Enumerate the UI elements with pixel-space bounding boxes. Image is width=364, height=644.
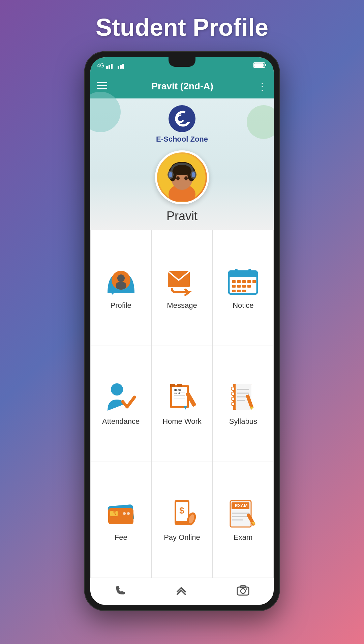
svg-point-12: [170, 107, 194, 130]
fee-icon: ₹: [104, 498, 138, 528]
homework-label: Home Work: [162, 417, 202, 426]
profile-label: Profile: [110, 301, 131, 310]
svg-point-62: [231, 387, 235, 390]
svg-rect-36: [232, 280, 236, 283]
message-icon: [165, 266, 199, 296]
svg-rect-1: [109, 65, 110, 69]
profile-icon: [104, 266, 138, 296]
svg-point-92: [241, 589, 245, 593]
svg-rect-55: [177, 384, 182, 387]
exam-icon: EXAM: [226, 498, 260, 528]
svg-point-26: [169, 172, 172, 177]
svg-text:₹: ₹: [113, 510, 117, 516]
svg-rect-47: [242, 290, 246, 292]
menu-item-attendance[interactable]: Attendance: [90, 346, 151, 462]
homework-icon: Home -work: [165, 382, 199, 412]
svg-rect-7: [265, 64, 266, 66]
svg-rect-43: [242, 285, 246, 288]
svg-rect-11: [97, 88, 107, 89]
menu-item-profile[interactable]: Profile: [90, 230, 151, 346]
blob-right: [247, 105, 274, 139]
svg-text:-work: -work: [174, 392, 181, 395]
svg-rect-4: [120, 65, 122, 69]
svg-rect-10: [97, 85, 107, 86]
svg-rect-41: [232, 285, 236, 288]
battery-icon: [253, 62, 267, 68]
svg-rect-0: [106, 66, 108, 69]
payonline-icon: $: [165, 498, 199, 528]
menu-item-exam[interactable]: EXAM Exam: [213, 462, 274, 578]
brand-logo: [169, 105, 195, 132]
menu-item-fee[interactable]: ₹ Fee: [90, 462, 151, 578]
notch: [169, 57, 195, 67]
menu-item-payonline[interactable]: $ Pay Online: [151, 462, 212, 578]
menu-grid: Profile Message: [90, 230, 274, 578]
more-options-icon[interactable]: ⋮: [257, 81, 267, 92]
menu-item-syllabus[interactable]: Syllabus: [213, 346, 274, 462]
svg-point-27: [192, 172, 195, 177]
svg-rect-5: [122, 64, 124, 69]
header-area: E-School Zone: [90, 98, 274, 230]
svg-rect-42: [237, 285, 241, 288]
logo-container: E-School Zone: [156, 105, 208, 144]
svg-text:EXAM: EXAM: [235, 503, 248, 508]
menu-item-notice[interactable]: Notice: [213, 230, 274, 346]
svg-point-63: [231, 392, 235, 396]
notice-icon: [226, 266, 260, 296]
menu-item-homework[interactable]: Home -work Home Work: [151, 346, 212, 462]
svg-point-65: [231, 402, 235, 406]
navbar-title: Pravit (2nd-A): [151, 81, 213, 92]
bottom-camera-icon[interactable]: [237, 584, 249, 599]
avatar-svg: [158, 154, 206, 201]
svg-point-48: [111, 383, 123, 396]
brand-name: E-School Zone: [156, 135, 208, 144]
phone-screen: 4G: [90, 57, 274, 605]
menu-item-message[interactable]: Message: [151, 230, 212, 346]
svg-text:$: $: [179, 505, 184, 516]
top-navbar: Pravit (2nd-A) ⋮: [90, 74, 274, 98]
svg-point-94: [246, 588, 247, 590]
phone-frame: 4G: [84, 51, 280, 611]
svg-rect-45: [232, 290, 236, 292]
svg-point-29: [117, 274, 125, 282]
svg-rect-44: [247, 285, 251, 288]
logo-svg: [170, 107, 194, 130]
svg-rect-35: [248, 269, 251, 275]
svg-rect-38: [242, 280, 246, 283]
student-name: Pravit: [166, 209, 198, 223]
bottom-up-icon[interactable]: [175, 584, 188, 599]
page-title: Student Profile: [96, 13, 268, 41]
hamburger-menu-icon[interactable]: [97, 81, 107, 92]
attendance-label: Attendance: [102, 417, 140, 426]
svg-rect-3: [118, 66, 119, 69]
svg-point-64: [231, 397, 235, 401]
status-signal: 4G: [97, 63, 127, 69]
notice-label: Notice: [233, 301, 253, 310]
svg-rect-34: [235, 269, 238, 275]
svg-rect-8: [254, 63, 264, 67]
syllabus-label: Syllabus: [229, 417, 257, 426]
svg-rect-40: [252, 280, 256, 283]
bottom-nav: [90, 578, 274, 605]
svg-point-22: [176, 176, 180, 180]
svg-rect-2: [111, 64, 113, 69]
svg-point-76: [123, 512, 126, 515]
status-battery: [253, 62, 267, 69]
attendance-icon: [104, 382, 138, 412]
svg-rect-33: [229, 271, 257, 277]
svg-rect-54: [170, 384, 175, 387]
svg-rect-37: [237, 280, 241, 283]
message-label: Message: [167, 301, 197, 310]
bottom-phone-icon[interactable]: [115, 584, 126, 599]
svg-point-23: [184, 176, 188, 180]
hamburger-icon: [97, 82, 107, 89]
svg-text:Home: Home: [174, 388, 182, 391]
fee-label: Fee: [115, 533, 127, 542]
svg-point-30: [116, 282, 126, 290]
svg-point-77: [127, 512, 130, 515]
svg-rect-46: [237, 290, 241, 292]
svg-rect-9: [97, 82, 107, 83]
exam-label: Exam: [234, 533, 252, 542]
status-bar: 4G: [90, 57, 274, 74]
signal-icon2: [118, 63, 127, 69]
